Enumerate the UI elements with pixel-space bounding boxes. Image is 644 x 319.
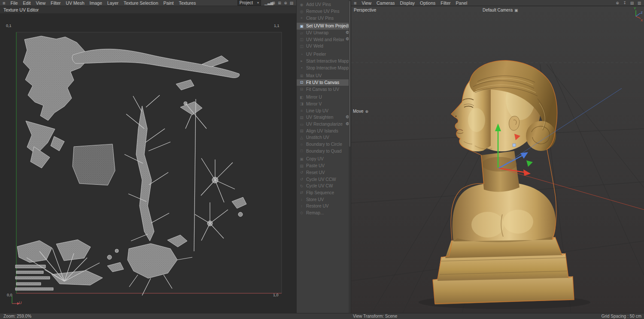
orientation-axis-gizmo[interactable]: Y Z X (634, 6, 643, 22)
mirror-v-icon: ◨ (299, 102, 304, 106)
hamburger-icon[interactable]: ≡ (0, 0, 8, 6)
3d-viewport[interactable]: Y Z X Perspective Default Camera ▣ Move … (351, 6, 644, 313)
uv-menu-item-label: Stop Interactive Mapping (306, 66, 351, 70)
uv-menu-item-flip-sequence[interactable]: ⇄Flip Sequence (297, 190, 351, 196)
chevron-down-icon: ▾ (257, 1, 259, 5)
uv-menu-item-label: Start Interactive Mapping (306, 59, 351, 63)
menubar-item-view[interactable]: View (33, 0, 48, 6)
uv-menu-item-cycle-uv-ccw[interactable]: ↺Cycle UV CCW (297, 176, 351, 183)
uv-menu-item-label: Max UV (306, 73, 322, 78)
uv-menu-item-uv-unwrap[interactable]: ▱UV Unwrap⚙ (297, 30, 351, 36)
uv-menu-item-set-uvw-from-projection[interactable]: ▣Set UVW from Projection⚙ (297, 23, 351, 30)
uv-menu-item-reset-uv[interactable]: ↺Reset UV (297, 169, 351, 176)
uv-menu-item-restore-uv[interactable]: ↑Restore UV (297, 203, 351, 210)
cycle-cw-icon: ↻ (299, 184, 304, 188)
uv-menu-item-uv-peeler[interactable]: ◔UV Peeler (297, 51, 351, 58)
menubar-item-panel[interactable]: Panel (453, 0, 470, 6)
uv-menu-item-boundary-to-circle[interactable]: ○Boundary to Circle (297, 141, 351, 148)
uv-menu-item-uv-rectangularize[interactable]: ▭UV Rectangularize⚙ (297, 121, 351, 128)
viewport-toolbar-icons: ⊕↧▤▥ (614, 1, 644, 5)
flip-sequence-icon: ⇄ (299, 190, 304, 195)
uv-menu-item-align-uv-islands[interactable]: ▤Align UV Islands (297, 127, 351, 134)
bust-sculpture[interactable] (419, 60, 590, 309)
menubar-item-view[interactable]: View (359, 0, 374, 6)
uv-menu-item-stop-interactive-mapping[interactable]: ▪Stop Interactive Mapping (297, 64, 351, 71)
lock-icon[interactable]: ⊠ (270, 1, 276, 5)
hand-icon[interactable]: ⊕ (283, 1, 289, 5)
menubar-item-edit[interactable]: Edit (20, 0, 33, 6)
menubar-item-cameras[interactable]: Cameras (374, 0, 398, 6)
boundary-quad-icon: □ (299, 149, 304, 153)
cycle-ccw-icon: ↺ (299, 177, 304, 181)
uv-island[interactable] (73, 144, 115, 185)
grid-icon[interactable]: ⊞ (276, 1, 283, 5)
uv-menu-item-remove-uv-pins[interactable]: ◎Remove UV Pins (297, 8, 351, 15)
uv-menu-item-mirror-v[interactable]: ◨Mirror V (297, 101, 351, 108)
uv-island[interactable] (107, 255, 112, 259)
download-icon[interactable]: ↧ (622, 1, 628, 5)
uv-menu-item-store-uv[interactable]: ↓Store UV (297, 196, 351, 203)
scrollbar[interactable] (349, 0, 351, 319)
unwrap-icon: ▱ (299, 31, 304, 35)
uv-menu-item-uv-weld[interactable]: ◫UV Weld (297, 43, 351, 50)
gizmo-center-handle[interactable] (513, 144, 516, 147)
uv-menu-item-boundary-to-quad[interactable]: □Boundary to Quad (297, 147, 351, 154)
panel-tabbar: Texture UV Editor (0, 6, 296, 13)
uv-menu-item-cycle-uv-cw[interactable]: ↻Cycle UV CW (297, 183, 351, 190)
gizmo-plane-handle[interactable] (526, 160, 533, 167)
uv-menu-item-copy-uv[interactable]: ▣Copy UV (297, 156, 351, 163)
project-dropdown-label: Project (240, 0, 253, 5)
uv-island[interactable] (15, 288, 53, 290)
uv-menu-item-label: Align UV Islands (306, 129, 338, 133)
menubar-item-filter[interactable]: Filter (48, 0, 63, 6)
uv-menu-item-paste-uv[interactable]: ▤Paste UV (297, 163, 351, 169)
uv-island[interactable] (115, 249, 118, 253)
uv-menu-item-max-uv[interactable]: ⊞Max UV (297, 72, 351, 79)
uv-menu-item-clear-uv-pins[interactable]: ×Clear UV Pins (297, 15, 351, 21)
uv-island[interactable] (238, 212, 243, 217)
scrollbar-thumb[interactable] (349, 1, 350, 147)
uv-menu-item-label: Remap... (306, 211, 324, 215)
page-icon[interactable]: ▤ (629, 1, 635, 5)
uv-menu-item-label: UV Rectangularize (306, 122, 343, 126)
uv-island[interactable] (16, 271, 43, 274)
menubar-item-paint[interactable]: Paint (161, 0, 176, 6)
uv-island[interactable] (16, 283, 41, 285)
menubar-item-display[interactable]: Display (398, 0, 417, 6)
uv-menu-item-unstitch-uv[interactable]: △Unstitch UV (297, 134, 351, 141)
start-mapping-icon: ▸ (299, 59, 304, 63)
uv-menu-item-label: Paste UV (306, 163, 325, 168)
menubar-item-layer[interactable]: Layer (105, 0, 121, 6)
menubar-item-texture-selection[interactable]: Texture Selection (121, 0, 161, 6)
menubar-item-options[interactable]: Options (417, 0, 438, 6)
menubar-item-uv-mesh[interactable]: UV Mesh (63, 0, 87, 6)
uv-menu-item-mirror-u[interactable]: ◧Mirror U (297, 94, 351, 101)
uv-menu-item-start-interactive-mapping[interactable]: ▸Start Interactive Mapping (297, 58, 351, 65)
uv-canvas-area[interactable] (0, 13, 296, 313)
uv-menu-item-uv-straighten[interactable]: ▤UV Straighten⚙ (297, 114, 351, 121)
uv-menu-item-line-up-uv[interactable]: ≡Line Up UV (297, 107, 351, 114)
hamburger-icon[interactable]: ≡ (351, 0, 359, 6)
uv-menu-item-fit-canvas-to-uv[interactable]: ⊟Fit Canvas to UV (297, 86, 351, 93)
histogram-icon[interactable]: ▁▃▅ (264, 1, 270, 5)
uv-island[interactable] (15, 277, 50, 279)
menubar-item-textures[interactable]: Textures (176, 0, 198, 6)
menubar-item-file[interactable]: File (8, 0, 20, 6)
uv-menu-item-uv-weld-and-relax[interactable]: ◫UV Weld and Relax⚙ (297, 36, 351, 43)
project-dropdown[interactable]: Project ▾ (237, 0, 261, 6)
viewport-camera-label[interactable]: Default Camera ▣ (483, 8, 518, 12)
uv-menu-item-label: Boundary to Quad (306, 149, 342, 153)
uv-menu-item-remap[interactable]: ◇Remap... (297, 210, 351, 217)
list-icon[interactable]: ▥ (636, 1, 642, 5)
menubar-item-image[interactable]: Image (87, 0, 105, 6)
uv-menu-item-fit-uv-to-canvas[interactable]: ⊡Fit UV to Canvas (297, 79, 351, 86)
uv-map-canvas[interactable] (0, 13, 296, 313)
uv-menu-item-label: UV Weld and Relax (306, 37, 344, 42)
menubar-item-filter[interactable]: Filter (438, 0, 453, 6)
hand-icon[interactable]: ⊕ (614, 1, 620, 5)
u-axis-label: U (19, 301, 22, 305)
uv-menu-item-add-uv-pins[interactable]: ◉Add UV Pins (297, 1, 351, 8)
viewport-3d-scene[interactable]: Y Z X (351, 6, 644, 313)
page-icon[interactable]: ▤ (289, 1, 295, 5)
stop-mapping-icon: ▪ (299, 66, 304, 70)
